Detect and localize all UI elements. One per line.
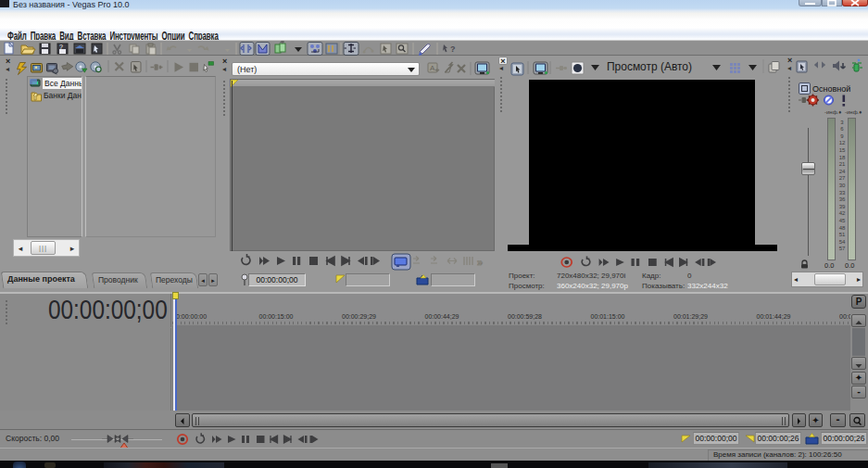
- svg-text:?: ?: [450, 44, 456, 54]
- svg-text:»: »: [477, 257, 483, 268]
- svg-text:A: A: [430, 64, 435, 72]
- svg-text:?: ?: [59, 44, 63, 50]
